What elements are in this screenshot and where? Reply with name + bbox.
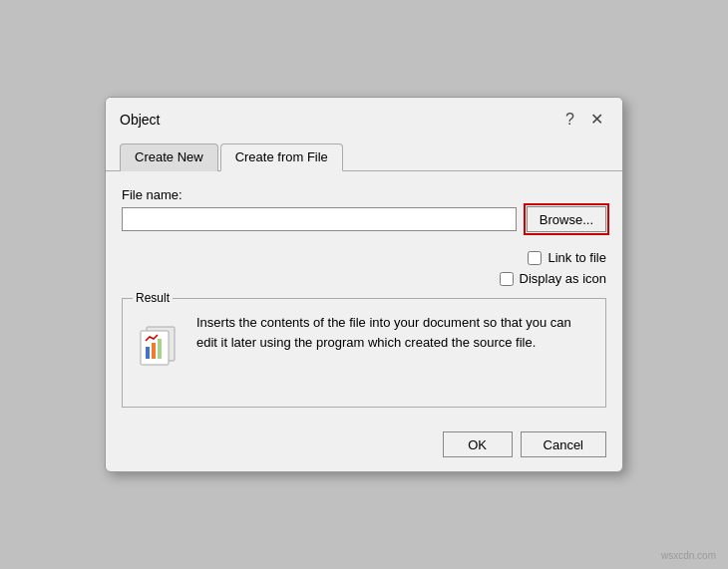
title-bar-left: Object <box>120 112 160 128</box>
svg-rect-2 <box>146 347 150 359</box>
file-name-label: File name: <box>122 187 182 202</box>
tab-create-from-file[interactable]: Create from File <box>220 143 343 171</box>
object-dialog: Object ? ✕ Create New Create from File F… <box>105 97 623 472</box>
svg-rect-3 <box>152 343 156 359</box>
watermark: wsxcdn.com <box>661 550 716 561</box>
tabs-area: Create New Create from File <box>106 135 622 171</box>
dialog-title: Object <box>120 112 160 128</box>
title-bar-right: ? ✕ <box>560 108 608 131</box>
dialog-content: File name: Browse... Link to file Displa… <box>106 171 622 420</box>
result-inner: Inserts the contents of the file into yo… <box>133 313 595 369</box>
tab-create-new[interactable]: Create New <box>120 143 218 171</box>
display-as-icon-row: Display as icon <box>500 271 606 286</box>
title-bar: Object ? ✕ <box>106 98 622 131</box>
result-description: Inserts the contents of the file into yo… <box>196 313 595 352</box>
file-name-input[interactable] <box>122 207 517 231</box>
close-button[interactable]: ✕ <box>585 108 608 131</box>
help-button[interactable]: ? <box>560 109 579 131</box>
file-input-row: Browse... <box>122 206 606 232</box>
bottom-buttons: OK Cancel <box>106 420 622 471</box>
display-as-icon-label[interactable]: Display as icon <box>520 271 606 286</box>
result-section: Result <box>122 298 606 408</box>
result-icon <box>133 317 184 369</box>
options-area: Link to file Display as icon <box>122 250 606 286</box>
link-to-file-row: Link to file <box>528 250 606 265</box>
display-as-icon-checkbox[interactable] <box>500 272 514 286</box>
result-group-label: Result <box>133 291 173 305</box>
cancel-button[interactable]: Cancel <box>521 431 606 457</box>
file-name-section: File name: Browse... <box>122 187 606 232</box>
svg-rect-4 <box>158 339 162 359</box>
link-to-file-label[interactable]: Link to file <box>547 250 606 265</box>
link-to-file-checkbox[interactable] <box>528 251 542 265</box>
browse-button[interactable]: Browse... <box>527 206 606 232</box>
ok-button[interactable]: OK <box>443 431 513 457</box>
